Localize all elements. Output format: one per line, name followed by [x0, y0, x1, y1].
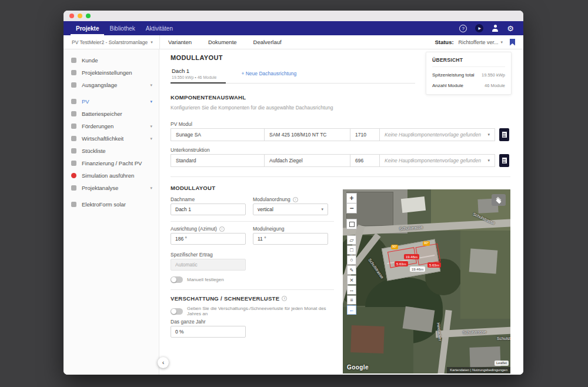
bookmark-icon[interactable]: [510, 39, 515, 46]
info-icon[interactable]: [293, 197, 298, 202]
sidebar-item-wirtschaftlichkeit[interactable]: Wirtschaftlichkeit: [64, 132, 159, 145]
sidebar-item-pv[interactable]: PV: [64, 95, 159, 108]
uk-template-dropdown[interactable]: Keine Hauptkomponentenvorlage gefunden: [379, 154, 495, 167]
play-tour-icon[interactable]: [475, 24, 483, 32]
pv-code-field[interactable]: 1710: [350, 128, 380, 141]
status-area: Status: Richtofferte ver...: [435, 39, 523, 46]
layers-control[interactable]: [492, 194, 506, 206]
pv-modul-row: Sunage SA SAM 425 108/M10 NT TC 1710 Kei…: [171, 128, 510, 141]
help-icon[interactable]: [459, 25, 467, 32]
verschattung-toggle[interactable]: [171, 308, 183, 315]
chevron-down-icon: [321, 207, 323, 212]
collapse-sidebar-button[interactable]: [158, 357, 169, 368]
unterkonstruktion-label: Unterkonstruktion: [171, 147, 210, 153]
modulneigung-input[interactable]: [253, 233, 328, 245]
draw-circle-tool[interactable]: [347, 255, 356, 265]
project-bar: PV TestMeier2 - Solarstromanlage Variant…: [64, 35, 523, 49]
chevron-down-icon: [487, 158, 490, 163]
overview-title: ÜBERSICHT: [432, 57, 505, 67]
user-icon[interactable]: [492, 25, 499, 32]
top-navigation: Projekte Bibliothek Aktivitäten: [64, 21, 523, 35]
back-tool[interactable]: [347, 305, 356, 315]
uk-code-field[interactable]: 696: [350, 154, 380, 167]
nav-item-bibliothek[interactable]: Bibliothek: [104, 21, 140, 35]
menu-tool[interactable]: [347, 295, 356, 305]
verschattung-heading: VERSCHATTUNG / SCHNEEVERLUSTE: [171, 295, 287, 302]
info-icon[interactable]: [282, 296, 287, 301]
sidebar-item-kunde[interactable]: Kunde: [64, 54, 159, 66]
tab-varianten[interactable]: Varianten: [160, 35, 200, 49]
sidebar-item-finanzierung[interactable]: Finanzierung / Pacht PV: [64, 157, 159, 169]
map-attribution[interactable]: Kartendaten | Nutzungsbedingungen: [447, 367, 510, 373]
sidebar: Kunde Projekteinstellungen Ausgangslage …: [64, 49, 159, 375]
draw-polygon-tool[interactable]: [347, 235, 356, 245]
nav-item-projekte[interactable]: Projekte: [71, 21, 104, 35]
simulation-status-dot-icon: [71, 173, 76, 178]
manuell-toggle[interactable]: [171, 276, 183, 283]
status-value: Richtofferte ver...: [459, 39, 499, 45]
azimut-label: Ausrichtung (Azimut): [171, 226, 225, 232]
map-house: [469, 248, 498, 273]
map-house: [350, 325, 385, 353]
project-selector[interactable]: PV TestMeier2 - Solarstromanlage: [64, 39, 159, 45]
minimize-window-button[interactable]: [78, 14, 82, 18]
gear-icon[interactable]: [507, 25, 514, 32]
divider: [171, 221, 334, 222]
zoom-out-button[interactable]: −: [346, 203, 357, 213]
kunde-icon: [71, 58, 76, 63]
sidebar-item-simulation[interactable]: Simulation ausführen: [64, 169, 159, 182]
tab-dach-1[interactable]: Dach 1 19.550 kWp • 46 Module: [171, 68, 226, 84]
dachname-input[interactable]: [171, 203, 246, 215]
nav-item-aktivitaeten[interactable]: Aktivitäten: [141, 21, 178, 35]
sidebar-item-batteriespeicher[interactable]: Batteriespeicher: [64, 108, 159, 120]
pv-manufacturer-field[interactable]: Sunage SA: [171, 128, 265, 141]
modulneigung-label: Modulneigung: [253, 226, 284, 232]
street-label: Schulstrasse: [497, 336, 510, 341]
overview-row: Anzahl Module 46 Module: [432, 83, 505, 88]
battery-icon: [71, 111, 76, 116]
chevron-down-icon: [500, 40, 503, 45]
sidebar-item-projekteinstellungen[interactable]: Projekteinstellungen: [64, 66, 159, 79]
zoom-in-button[interactable]: +: [346, 193, 357, 203]
pv-datasheet-button[interactable]: [499, 128, 509, 141]
sidebar-item-ausgangslage[interactable]: Ausgangslage: [64, 79, 159, 91]
info-icon[interactable]: [219, 226, 225, 232]
close-window-button[interactable]: [69, 14, 74, 18]
sidebar-item-stueckliste[interactable]: Stückliste: [64, 145, 159, 157]
jahr-input[interactable]: [171, 326, 246, 338]
sidebar-item-projektanalyse[interactable]: Projektanalyse: [64, 182, 159, 194]
pv-template-dropdown[interactable]: Keine Hauptkomponentenvorlage gefunden: [379, 128, 495, 141]
main-content: MODULLAYOUT ÜBERSICHT Spitzenleistung to…: [159, 49, 523, 375]
tab-dokumente[interactable]: Dokumente: [200, 35, 245, 49]
elektroform-icon: [71, 202, 76, 207]
leaflet-attribution[interactable]: Leaflet: [495, 361, 509, 366]
delete-tool[interactable]: [347, 275, 356, 285]
fullscreen-window-button[interactable]: [86, 14, 91, 18]
edit-tool[interactable]: [347, 265, 356, 275]
new-roof-orientation-link[interactable]: + Neue Dachausrichtung: [241, 71, 296, 76]
draw-rectangle-tool[interactable]: [347, 245, 356, 255]
fullscreen-button[interactable]: [346, 219, 357, 229]
uk-datasheet-button[interactable]: [499, 154, 509, 167]
unterkonstruktion-row: Standard Aufdach Ziegel 696 Keine Hauptk…: [171, 154, 510, 167]
chevron-down-icon: [150, 124, 152, 129]
sidebar-item-elektroform[interactable]: ElektroForm solar: [64, 198, 159, 211]
azimut-input[interactable]: [171, 233, 246, 245]
uk-manufacturer-field[interactable]: Standard: [171, 154, 265, 167]
tab-dealverlauf[interactable]: Dealverlauf: [245, 35, 290, 49]
stueckliste-icon: [71, 148, 76, 154]
measurement-badge: 19.46m: [410, 266, 425, 272]
sidebar-item-foerderungen[interactable]: Förderungen: [64, 120, 159, 132]
angle-badge: 90°: [391, 245, 398, 249]
uk-model-field[interactable]: Aufdach Ziegel: [264, 154, 350, 167]
chevron-down-icon: [487, 132, 490, 137]
map-canvas[interactable]: 90° 90° 19.46m 5.63m 19.46m 5.63m Schuls…: [343, 189, 510, 373]
top-nav-icons: [459, 21, 516, 35]
status-dropdown[interactable]: Richtofferte ver...: [459, 39, 503, 45]
chevron-down-icon: [150, 99, 152, 104]
modulanordnung-select[interactable]: vertical: [253, 203, 328, 215]
pv-model-field[interactable]: SAM 425 108/M10 NT TC: [264, 128, 350, 141]
document-icon: [502, 158, 507, 164]
wirtschaftlichkeit-icon: [71, 136, 76, 141]
measure-tool[interactable]: [347, 285, 356, 295]
